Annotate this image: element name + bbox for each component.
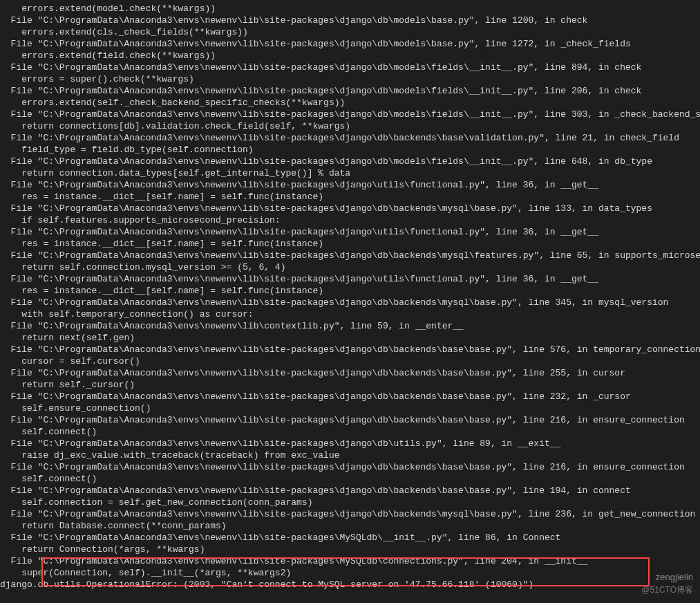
traceback-line: return connection.data_types[self.get_in… — [0, 167, 700, 179]
traceback-line: with self.temporary_connection() as curs… — [0, 308, 700, 320]
traceback-line: File "C:\ProgramData\Anaconda3\envs\newe… — [0, 555, 700, 567]
traceback-line: errors.extend(field.check(**kwargs)) — [0, 50, 700, 62]
traceback-line: File "C:\ProgramData\Anaconda3\envs\newe… — [0, 438, 700, 449]
traceback-line: errors.extend(self._check_backend_specif… — [0, 97, 700, 109]
traceback-line: errors = super().check(**kwargs) — [0, 73, 700, 85]
traceback-line: File "C:\ProgramData\Anaconda3\envs\newe… — [0, 461, 700, 473]
traceback-line: self.ensure_connection() — [0, 402, 700, 414]
traceback-line: res = instance.__dict__[self.name] = sel… — [0, 191, 700, 203]
traceback-line: return self._cursor() — [0, 379, 700, 391]
traceback-line: File "C:\ProgramData\Anaconda3\envs\newe… — [0, 250, 700, 261]
traceback-line: res = instance.__dict__[self.name] = sel… — [0, 238, 700, 250]
traceback-line: File "C:\ProgramData\Anaconda3\envs\newe… — [0, 485, 700, 497]
traceback-line: File "C:\ProgramData\Anaconda3\envs\newe… — [0, 297, 700, 308]
traceback-line: File "C:\ProgramData\Anaconda3\envs\newe… — [0, 532, 700, 544]
traceback-line: File "C:\ProgramData\Anaconda3\envs\newe… — [0, 508, 700, 520]
traceback-line: File "C:\ProgramData\Anaconda3\envs\newe… — [0, 85, 700, 97]
traceback-line: File "C:\ProgramData\Anaconda3\envs\newe… — [0, 391, 700, 402]
traceback-line: field_type = field.db_type(self.connecti… — [0, 144, 700, 156]
traceback-line: File "C:\ProgramData\Anaconda3\envs\newe… — [0, 179, 700, 191]
traceback-line: django.db.utils.OperationalError: (2003,… — [0, 579, 700, 591]
traceback-line: File "C:\ProgramData\Anaconda3\envs\newe… — [0, 38, 700, 50]
traceback-line: self.connect() — [0, 473, 700, 485]
traceback-line: return next(self.gen) — [0, 332, 700, 344]
traceback-line: self.connect() — [0, 426, 700, 438]
traceback-line: File "C:\ProgramData\Anaconda3\envs\newe… — [0, 62, 700, 73]
traceback-line: if self.features.supports_microsecond_pr… — [0, 214, 700, 226]
traceback-line: File "C:\ProgramData\Anaconda3\envs\newe… — [0, 109, 700, 120]
traceback-line: return Connection(*args, **kwargs) — [0, 544, 700, 555]
traceback-line: return connections[db].validation.check_… — [0, 120, 700, 132]
traceback-line: File "C:\ProgramData\Anaconda3\envs\newe… — [0, 367, 700, 379]
traceback-line: errors.extend(model.check(**kwargs)) — [0, 3, 700, 15]
traceback-line: res = instance.__dict__[self.name] = sel… — [0, 285, 700, 297]
traceback-line: return self.connection.mysql_version >= … — [0, 261, 700, 273]
traceback-line: File "C:\ProgramData\Anaconda3\envs\newe… — [0, 132, 700, 144]
traceback-line: File "C:\ProgramData\Anaconda3\envs\newe… — [0, 320, 700, 332]
traceback-line: File "C:\ProgramData\Anaconda3\envs\newe… — [0, 203, 700, 214]
traceback-line: self.connection = self.get_new_connectio… — [0, 497, 700, 508]
traceback-line: super(Connection, self).__init__(*args, … — [0, 567, 700, 579]
traceback-line: File "C:\ProgramData\Anaconda3\envs\newe… — [0, 414, 700, 426]
traceback-line: File "C:\ProgramData\Anaconda3\envs\newe… — [0, 344, 700, 355]
traceback-line: File "C:\ProgramData\Anaconda3\envs\newe… — [0, 226, 700, 238]
traceback-line: errors.extend(cls._check_fields(**kwargs… — [0, 26, 700, 38]
traceback-line: raise dj_exc_value.with_traceback(traceb… — [0, 449, 700, 461]
traceback-line: return Database.connect(**conn_params) — [0, 520, 700, 532]
traceback-line: File "C:\ProgramData\Anaconda3\envs\newe… — [0, 156, 700, 167]
terminal-output[interactable]: errors.extend(model.check(**kwargs)) Fil… — [0, 0, 700, 591]
traceback-line: File "C:\ProgramData\Anaconda3\envs\newe… — [0, 15, 700, 26]
traceback-line: File "C:\ProgramData\Anaconda3\envs\newe… — [0, 273, 700, 285]
traceback-line: cursor = self.cursor() — [0, 355, 700, 367]
